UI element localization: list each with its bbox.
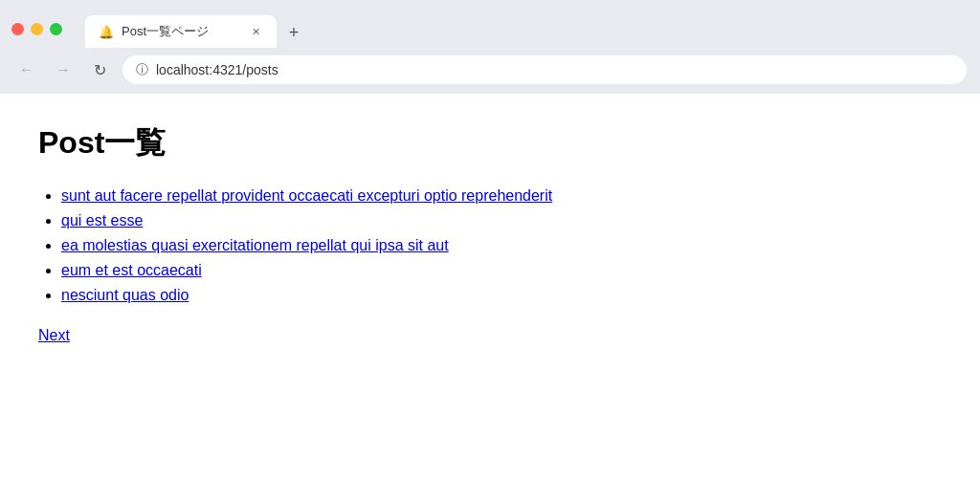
tab-bar: 🔔 Post一覧ページ ✕ + bbox=[74, 15, 319, 48]
address-bar-row: ← → ↻ ⓘ localhost:4321/posts bbox=[0, 48, 980, 94]
reload-button[interactable]: ↻ bbox=[86, 56, 113, 83]
maximize-button[interactable] bbox=[50, 23, 62, 35]
list-item: sunt aut facere repellat provident occae… bbox=[61, 187, 942, 205]
address-text: localhost:4321/posts bbox=[156, 62, 278, 77]
post-link-1[interactable]: sunt aut facere repellat provident occae… bbox=[61, 187, 552, 204]
page-content: Post一覧 sunt aut facere repellat providen… bbox=[0, 94, 980, 499]
lock-icon: ⓘ bbox=[136, 61, 148, 78]
close-button[interactable] bbox=[11, 23, 24, 35]
post-link-4[interactable]: eum et est occaecati bbox=[61, 262, 202, 278]
tab-icon: 🔔 bbox=[99, 25, 114, 39]
post-list: sunt aut facere repellat provident occae… bbox=[38, 187, 942, 304]
browser-chrome: 🔔 Post一覧ページ ✕ + ← → ↻ ⓘ localhost:4321/p… bbox=[0, 0, 980, 94]
tab-title: Post一覧ページ bbox=[122, 23, 240, 40]
window-controls bbox=[11, 23, 62, 35]
next-link[interactable]: Next bbox=[38, 327, 70, 344]
minimize-button[interactable] bbox=[31, 23, 43, 35]
address-bar[interactable]: ⓘ localhost:4321/posts bbox=[122, 55, 967, 84]
back-button[interactable]: ← bbox=[13, 56, 40, 83]
list-item: ea molestias quasi exercitationem repell… bbox=[61, 237, 942, 254]
post-link-2[interactable]: qui est esse bbox=[61, 212, 143, 229]
list-item: nesciunt quas odio bbox=[61, 287, 942, 304]
list-item: eum et est occaecati bbox=[61, 262, 942, 279]
forward-button[interactable]: → bbox=[50, 56, 77, 83]
tab-close-button[interactable]: ✕ bbox=[248, 24, 263, 39]
active-tab[interactable]: 🔔 Post一覧ページ ✕ bbox=[85, 15, 277, 48]
post-link-3[interactable]: ea molestias quasi exercitationem repell… bbox=[61, 237, 449, 253]
list-item: qui est esse bbox=[61, 212, 942, 229]
page-title: Post一覧 bbox=[38, 122, 942, 164]
post-link-5[interactable]: nesciunt quas odio bbox=[61, 287, 189, 303]
new-tab-button[interactable]: + bbox=[280, 19, 307, 46]
title-bar: 🔔 Post一覧ページ ✕ + bbox=[0, 0, 980, 48]
